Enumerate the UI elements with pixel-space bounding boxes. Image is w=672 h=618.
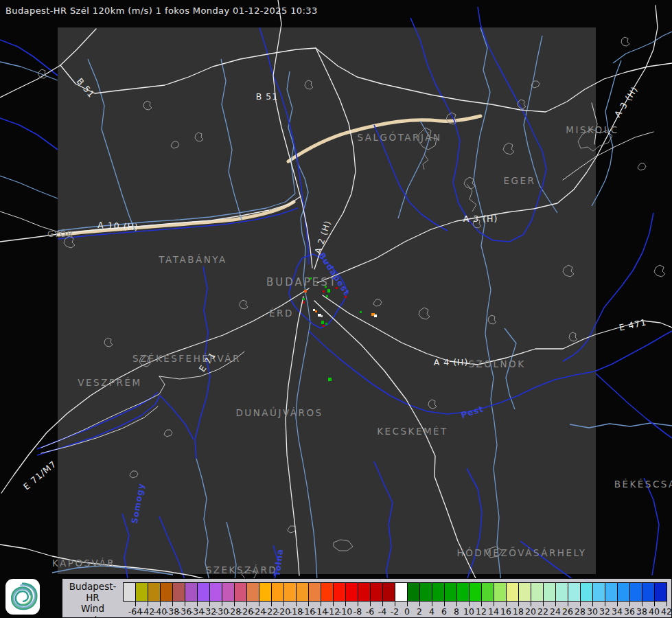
legend-field-name: Wind bbox=[64, 603, 121, 614]
legend-unit: m/s bbox=[64, 614, 121, 618]
road-label: E 471 bbox=[618, 317, 648, 332]
scale-label: 34 bbox=[612, 606, 623, 617]
scale-label: 30 bbox=[587, 606, 598, 617]
city-label: SZEKSZÁRD bbox=[206, 564, 278, 575]
scale-tick bbox=[419, 602, 420, 606]
scale-tick bbox=[506, 602, 507, 606]
scale-label: 0 bbox=[404, 606, 410, 617]
map-labels: SALGÓTARJÁNMISKOLCEGERTATABÁNYABUDAPESTÉ… bbox=[0, 0, 672, 618]
cyclone-spiral-icon bbox=[5, 579, 40, 615]
scale-tick bbox=[456, 602, 457, 606]
scale-tick bbox=[296, 602, 297, 606]
scale-tick bbox=[148, 602, 148, 606]
scale-label: -6 bbox=[366, 606, 374, 617]
scale-tick bbox=[283, 602, 284, 606]
scale-tick bbox=[407, 602, 408, 606]
colorbar-labels: -64-42-40-38-36-34-32-30-28-26-24-22-20-… bbox=[123, 582, 667, 617]
scale-tick bbox=[518, 602, 519, 606]
water-label: Pest bbox=[460, 404, 485, 420]
road-label: B 51 bbox=[256, 91, 278, 102]
scale-label: -10 bbox=[338, 606, 352, 617]
app-logo bbox=[5, 579, 40, 615]
city-label: SALGÓTARJÁN bbox=[357, 132, 441, 143]
scale-tick bbox=[432, 602, 432, 606]
city-label: BUDAPEST bbox=[266, 276, 338, 288]
scale-tick bbox=[185, 602, 185, 606]
radar-screen: SALGÓTARJÁNMISKOLCEGERTATABÁNYABUDAPESTÉ… bbox=[0, 0, 672, 618]
scale-tick bbox=[531, 602, 531, 606]
scale-tick bbox=[222, 602, 222, 606]
product-title: Budapest-HR Szél 120km (m/s) 1 fokos Mon… bbox=[5, 5, 318, 16]
scale-tick bbox=[605, 602, 605, 606]
scale-tick bbox=[543, 602, 544, 606]
scale-tick bbox=[333, 602, 334, 606]
scale-label: 2 bbox=[417, 606, 422, 617]
scale-label: 14 bbox=[488, 606, 499, 617]
scale-label: 42 bbox=[661, 606, 672, 617]
scale-tick bbox=[135, 602, 136, 606]
city-label: BÉKÉSCSABA bbox=[614, 479, 672, 490]
water-label: Budapest bbox=[317, 251, 352, 297]
scale-tick bbox=[444, 602, 445, 606]
scale-tick bbox=[382, 602, 383, 606]
city-label: ÉRD bbox=[269, 308, 294, 319]
scale-tick bbox=[568, 602, 568, 606]
scale-label: 26 bbox=[562, 606, 573, 617]
scale-tick bbox=[321, 602, 321, 606]
city-label: GYŐR bbox=[47, 229, 73, 239]
scale-tick bbox=[271, 602, 272, 606]
scale-tick bbox=[469, 602, 470, 606]
road-label: A 2 (H) bbox=[312, 219, 333, 255]
city-label: SZOLNOK bbox=[468, 358, 525, 369]
scale-tick bbox=[197, 602, 198, 606]
scale-tick bbox=[308, 602, 309, 606]
scale-tick bbox=[160, 602, 161, 606]
city-label: SZÉKESFEHÉRVÁR bbox=[132, 353, 241, 364]
scale-label: 28 bbox=[575, 606, 586, 617]
scale-tick bbox=[555, 602, 556, 606]
scale-tick bbox=[481, 602, 482, 606]
city-label: KAPOSVÁR bbox=[52, 558, 115, 569]
scale-label: 38 bbox=[636, 606, 647, 617]
scale-tick bbox=[370, 602, 371, 606]
city-label: VESZPRÉM bbox=[78, 377, 141, 388]
scale-tick bbox=[642, 602, 642, 606]
scale-tick bbox=[345, 602, 346, 606]
scale-tick bbox=[246, 602, 247, 606]
scale-tick bbox=[172, 602, 173, 606]
scale-tick bbox=[358, 602, 358, 606]
legend-panel: Budapest-HR Wind m/s -64-42-40-38-36-34-… bbox=[62, 578, 672, 618]
scale-label: 18 bbox=[513, 606, 524, 617]
scale-tick bbox=[667, 602, 667, 606]
scale-tick bbox=[494, 602, 494, 606]
scale-label: -2 bbox=[391, 606, 399, 617]
scale-label: 12 bbox=[476, 606, 487, 617]
scale-tick bbox=[580, 602, 581, 606]
water-label: Somogy bbox=[130, 482, 146, 525]
scale-label: 36 bbox=[624, 606, 635, 617]
road-label: B 51 bbox=[75, 76, 97, 100]
colorbar: -64-42-40-38-36-34-32-30-28-26-24-22-20-… bbox=[123, 582, 667, 617]
road-label: A 4 (H) bbox=[434, 357, 469, 367]
scale-label: 24 bbox=[550, 606, 561, 617]
road-label: A 10 (H) bbox=[97, 220, 139, 232]
scale-label: 10 bbox=[463, 606, 474, 617]
scale-tick bbox=[617, 602, 618, 606]
scale-label: 20 bbox=[525, 606, 536, 617]
city-label: KECSKEMÉT bbox=[377, 426, 448, 437]
scale-tick bbox=[654, 602, 655, 606]
scale-tick bbox=[592, 602, 593, 606]
scale-label: 4 bbox=[429, 606, 435, 617]
city-label: TATABÁNYA bbox=[159, 254, 227, 265]
road-label: A 3 (H) bbox=[463, 214, 498, 224]
scale-tick bbox=[629, 602, 630, 606]
scale-label: -8 bbox=[354, 606, 362, 617]
scale-label: 22 bbox=[537, 606, 548, 617]
city-label: EGER bbox=[504, 175, 536, 186]
scale-tick bbox=[259, 602, 259, 606]
scale-label: 8 bbox=[454, 606, 459, 617]
scale-label: 16 bbox=[500, 606, 511, 617]
legend-product-name: Budapest-HR bbox=[64, 581, 121, 603]
road-label: E 71/M7 bbox=[21, 459, 58, 492]
scale-label: 6 bbox=[441, 606, 447, 617]
